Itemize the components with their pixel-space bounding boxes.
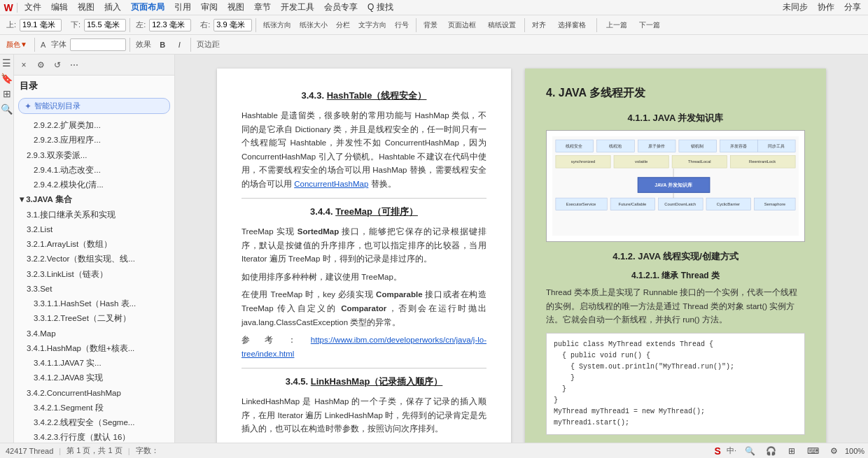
margin-right-label: 右: [198, 20, 212, 30]
toc-item[interactable]: 3.4.Map [14, 327, 174, 341]
background-btn[interactable]: 背景 [420, 17, 441, 33]
toc-item[interactable]: 3.2.3.LinkList（链表） [14, 267, 174, 282]
menu-search[interactable]: Q 搜找 [363, 0, 398, 15]
page-info: 第 1 页，共 1 页 [66, 445, 122, 456]
menu-view[interactable]: 视图 [74, 0, 99, 15]
toc-item[interactable]: 3.4.1.1.JAVA7 实... [14, 356, 174, 371]
right-page: 4. JAVA 多线程开发 4.1.1. JAVA 并发知识库 线程安全 线程池 [525, 69, 826, 443]
toc-item[interactable]: 3.1.接口继承关系和实现 [14, 208, 174, 222]
margin-bottom-input[interactable] [84, 19, 126, 31]
hashtable-desc: Hashtable 是遗留类，很多映射的常用功能与 HashMap 类似，不同的… [241, 109, 486, 191]
sidebar-title: 目录 [14, 76, 174, 96]
menu-review[interactable]: 审阅 [197, 0, 222, 15]
smart-toc-label: 智能识别目录 [34, 101, 80, 111]
margin-top-input[interactable] [20, 19, 62, 31]
sync-btn[interactable]: 未同步 [778, 0, 812, 15]
menu-view2[interactable]: 视图 [223, 0, 248, 15]
toc-item[interactable]: 3.3.1.1.HashSet（Hash 表... [14, 296, 174, 311]
sidebar-close-icon[interactable]: × [17, 58, 31, 72]
margin-right-input[interactable] [214, 19, 252, 31]
panel-search-icon[interactable]: 🔍 [1, 103, 13, 115]
toc-item-java-collection[interactable]: ▾ 3.JAVA 集合 [14, 192, 174, 207]
selection-pane-btn[interactable]: 选择窗格 [551, 17, 593, 33]
toc-item[interactable]: 3.4.1.2.JAVA8 实现 [14, 371, 174, 385]
svg-text:线程池: 线程池 [609, 144, 622, 148]
status-bar: 42417 Thread | 第 1 页，共 1 页 | 字数： S 中· 🔍 … [0, 443, 868, 458]
settings-icon-btn[interactable]: ⚙ [826, 443, 841, 459]
toc-item[interactable]: 3.2.2.Vector（数组实现、线... [14, 252, 174, 266]
headphone-icon-btn[interactable]: 🎧 [763, 443, 778, 459]
knowledge-diagram: 线程安全 线程池 原子操作 锁机制 并发容器 同步工具 synchroni [546, 130, 805, 242]
font-size-label: 字体 [49, 39, 69, 50]
toc-item[interactable]: 3.4.2.2.线程安全（Segme... [14, 415, 174, 430]
toc-item[interactable]: 2.9.4.1.动态改变... [14, 163, 174, 178]
svg-text:synchronized: synchronized [571, 159, 596, 164]
menu-chapter[interactable]: 章节 [250, 0, 275, 15]
size-btn[interactable]: 纸张大小 [296, 17, 331, 33]
margin-bottom-label: 下: [69, 20, 83, 30]
document-area[interactable]: 3.4.3. HashTable（线程安全） Hashtable 是遗留类，很多… [175, 55, 868, 443]
share-btn[interactable]: 分享 [840, 0, 865, 15]
svg-text:JAVA 并发知识库: JAVA 并发知识库 [654, 182, 693, 188]
toc-item[interactable]: 3.4.1.HashMap（数组+核表... [14, 341, 174, 356]
page-border-btn[interactable]: 页面边框 [442, 17, 481, 33]
section-heading-345: 3.4.5. LinkHashMap（记录插入顺序） [241, 375, 486, 388]
menu-bar: W 文件 编辑 视图 插入 页面布局 引用 审阅 视图 章节 开发工具 会员专享… [0, 0, 868, 15]
toc-item[interactable]: 3.4.2.ConcurrentHashMap [14, 386, 174, 401]
section-heading-344: 3.4.4. TreeMap（可排序） [241, 206, 486, 218]
prev-btn[interactable]: 上一篇 [601, 17, 632, 33]
toc-item[interactable]: 3.2.List [14, 222, 174, 237]
subsection-4121: 4.1.2.1. 继承 Thread 类 [546, 270, 805, 282]
sougou-icon: S [715, 445, 721, 457]
collab-btn[interactable]: 协作 [813, 0, 839, 15]
sidebar-settings-icon[interactable]: ⚙ [34, 58, 48, 72]
section-heading-343: 3.4.3. HashTable（线程安全） [241, 90, 486, 102]
menu-file[interactable]: 文件 [20, 0, 46, 15]
keyboard-icon-btn[interactable]: ⌨ [805, 443, 820, 459]
toc-item[interactable]: 2.9.2.2.扩展类加... [14, 118, 174, 133]
search-icon-btn[interactable]: 🔍 [742, 443, 757, 459]
panel-bookmark-icon[interactable]: 🔖 [1, 73, 13, 84]
toc-item[interactable]: 3.4.2.3.行行度（默认 16） [14, 430, 174, 443]
color-btn[interactable]: 颜色▼ [3, 37, 31, 52]
next-btn[interactable]: 下一篇 [634, 17, 665, 33]
columns-btn[interactable]: 分栏 [332, 17, 354, 33]
toc-item[interactable]: 3.4.2.1.Segment 段 [14, 401, 174, 415]
sidebar-more-icon[interactable]: ⋯ [67, 58, 81, 72]
sidebar: × ⚙ ↺ ⋯ 目录 ✦ 智能识别目录 2.9.2.2.扩展类加... 2.9.… [14, 55, 175, 443]
code-block-thread: public class MyThread extends Thread { {… [546, 333, 805, 435]
left-page: 3.4.3. HashTable（线程安全） Hashtable 是遗留类，很多… [217, 69, 511, 443]
zoom-btn[interactable]: 100% [847, 443, 862, 459]
toc-item[interactable]: 2.9.4.2.模块化(清... [14, 178, 174, 192]
orientation-btn[interactable]: 纸张方向 [260, 17, 295, 33]
grid-icon-btn[interactable]: ⊞ [784, 443, 799, 459]
panel-toc-icon[interactable]: ☰ [1, 57, 13, 69]
italic-btn[interactable]: I [172, 37, 187, 52]
smart-toc-btn[interactable]: ✦ 智能识别目录 [18, 98, 170, 114]
sidebar-refresh-icon[interactable]: ↺ [50, 58, 64, 72]
line-number-btn[interactable]: 行号 [391, 17, 412, 33]
toolbar-buttons-group: 纸张方向 纸张大小 分栏 文字方向 行号 [260, 17, 412, 33]
thread-desc: Thread 类本质上是实现了 Runnable 接口的一个实例，代表一个线程的… [546, 286, 805, 327]
menu-devtools[interactable]: 开发工具 [276, 0, 318, 15]
bold-btn[interactable]: B [155, 37, 170, 52]
toc-item[interactable]: 3.3.Set [14, 282, 174, 296]
menu-member[interactable]: 会员专享 [320, 0, 362, 15]
toc-item[interactable]: 3.3.1.2.TreeSet（二叉树） [14, 311, 174, 326]
menu-insert[interactable]: 插入 [100, 0, 125, 15]
menu-edit[interactable]: 编辑 [47, 0, 72, 15]
font-label: A [38, 41, 48, 49]
align-btn[interactable]: 对齐 [528, 17, 550, 33]
menu-reference[interactable]: 引用 [170, 0, 195, 15]
toc-item[interactable]: 2.9.3.双亲委派... [14, 148, 174, 163]
svg-text:CyclicBarrier: CyclicBarrier [717, 202, 740, 206]
menu-pagelayout[interactable]: 页面布局 [127, 0, 169, 15]
margin-left-input[interactable] [149, 19, 191, 31]
font-select[interactable] [70, 38, 126, 51]
toc-item[interactable]: 2.9.2.3.应用程序... [14, 133, 174, 148]
paper-setting-btn[interactable]: 稿纸设置 [482, 17, 521, 33]
toc-item[interactable]: 3.2.1.ArrayList（数组） [14, 237, 174, 252]
toolbar-row-1: 上: 下: 左: 右: 纸张方向 纸张大小 分栏 文字方向 行号 背景 页面边框… [0, 15, 868, 35]
panel-thumbnail-icon[interactable]: ⊞ [1, 88, 13, 99]
text-direction-btn[interactable]: 文字方向 [355, 17, 390, 33]
